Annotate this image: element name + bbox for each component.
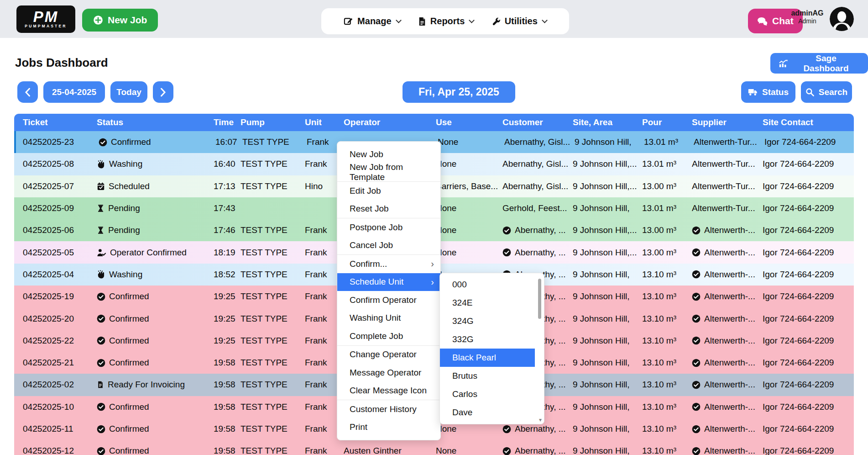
next-day-button[interactable] [153, 81, 173, 103]
menu-item-confirm[interactable]: Confirm...› [337, 255, 440, 273]
menu-item-clear-message-icon[interactable]: Clear Message Icon [337, 382, 440, 400]
cell-supplier: Altenwerth-... [692, 225, 763, 235]
cell-customer-text: Abernathy, Gisl... [502, 159, 568, 169]
cell-supplier-text: Altenwerth-Tur... [692, 159, 755, 169]
user-info[interactable]: adminAG Admin [788, 9, 826, 25]
menu-item-change-operator[interactable]: Change Operator [337, 346, 440, 364]
cell-pour-text: 13.10 m³ [642, 380, 676, 390]
submenu-scrollbar[interactable] [538, 279, 541, 319]
previous-day-button[interactable] [17, 81, 38, 103]
menu-item-cancel-job[interactable]: Cancel Job [337, 237, 440, 255]
menu-item-edit-job[interactable]: Edit Job [337, 182, 440, 200]
menu-item-message-operator[interactable]: Message Operator [337, 364, 440, 382]
nav-item-utilities[interactable]: Utilities [492, 16, 547, 26]
cell-contact-text: Igor 724-664-2209 [763, 336, 834, 346]
cell-pour: 13.00 m³ [642, 181, 692, 191]
submenu-item-324g[interactable]: 324G [440, 312, 535, 330]
cell-ticket-text: 04252025-06 [23, 225, 74, 235]
cell-site-text: 9 Johnson Hill,... [573, 159, 637, 169]
cell-pump: TEST TYPE [241, 291, 305, 302]
menu-item-label: Washing Unit [350, 313, 401, 323]
avatar[interactable] [830, 7, 854, 31]
cell-contact: Igor 724-664-2209 [764, 137, 854, 147]
menu-item-schedule-unit[interactable]: Schedule Unit› [337, 273, 440, 291]
cell-ticket: 04252025-12 [14, 446, 97, 455]
menu-item-reset-job[interactable]: Reset Job [337, 200, 440, 218]
cell-time-text: 16:40 [214, 159, 235, 169]
cell-status-text: Confirmed [109, 424, 149, 434]
cell-status-text: Pending [108, 203, 140, 213]
cell-pour: 13.10 m³ [642, 336, 692, 346]
submenu-item-brutus[interactable]: Brutus [440, 367, 535, 385]
menu-item-label: Message Operator [350, 368, 421, 378]
user-role: Admin [788, 17, 826, 25]
cell-time: 18:19 [214, 248, 241, 258]
menu-item-new-job[interactable]: New Job [337, 145, 440, 164]
status-button[interactable]: Status [741, 81, 795, 103]
cell-time: 16:07 [215, 137, 242, 147]
check-circle-icon [502, 248, 511, 257]
person-circle-icon [830, 7, 854, 31]
submenu-item-000[interactable]: 000 [440, 275, 535, 294]
cell-status: Confirmed [97, 358, 214, 368]
cell-site: 9 Johnson Hill, [573, 291, 642, 302]
menu-item-postpone-job[interactable]: Postpone Job [337, 218, 440, 237]
submenu-item-332g[interactable]: 332G [440, 330, 535, 349]
cell-ticket: 04252025-19 [14, 291, 97, 302]
new-job-button[interactable]: New Job [82, 9, 158, 32]
cell-pump-text: TEST TYPE [241, 291, 288, 302]
today-button[interactable]: Today [110, 81, 147, 103]
cell-contact-text: Igor 724-664-2209 [763, 159, 834, 169]
cell-site-text: 9 Johnson Hill, [573, 424, 630, 434]
chart-icon [779, 59, 788, 68]
submenu-item-dave[interactable]: Dave [440, 403, 535, 422]
submenu-item-carlos[interactable]: Carlos [440, 385, 535, 403]
menu-item-washing-unit[interactable]: Washing Unit [337, 309, 440, 328]
cell-status-text: Confirmed [111, 137, 151, 147]
cell-time: 16:40 [214, 159, 241, 169]
cell-customer: Abernathy, Gisl... [502, 181, 573, 191]
cell-status: Confirmed [97, 446, 214, 455]
cell-contact-text: Igor 724-664-2209 [763, 424, 834, 434]
cell-site: 9 Johnson Hill, [573, 203, 642, 213]
current-date-button[interactable]: Fri, Apr 25, 2025 [403, 81, 515, 103]
cell-ticket-text: 04252025-20 [23, 314, 74, 324]
check-circle-icon [692, 381, 701, 389]
cell-contact-text: Igor 724-664-2209 [763, 225, 834, 235]
menu-item-print[interactable]: Print [337, 418, 440, 437]
date-picker-value: 25-04-2025 [52, 87, 96, 97]
cell-pour-text: 13.01 m³ [644, 137, 678, 147]
cell-use: None [436, 248, 502, 258]
column-header-status: Status [97, 117, 214, 127]
column-header-time: Time [214, 117, 241, 127]
cell-site: 9 Johnson Hill,... [573, 248, 642, 258]
pumpmaster-logo[interactable]: PM PUMPMASTER [16, 5, 75, 33]
submenu-item-black-pearl[interactable]: Black Pearl [440, 349, 535, 367]
nav-item-manage[interactable]: Manage [344, 16, 400, 26]
search-button[interactable]: Search [801, 81, 852, 103]
sage-dashboard-button[interactable]: Sage Dashboard [770, 53, 868, 74]
submenu-item-324e[interactable]: 324E [440, 294, 535, 312]
menu-item-complete-job[interactable]: Complete Job [337, 327, 440, 345]
cell-contact: Igor 724-664-2209 [763, 203, 854, 213]
cell-supplier: Altenwerth-... [692, 424, 763, 434]
date-picker-button[interactable]: 25-04-2025 [43, 81, 105, 103]
table-row[interactable]: 04252025-12Confirmed19:58TEST TYPEFrankA… [14, 440, 854, 455]
cell-unit-text: Frank [305, 380, 327, 390]
cell-pour-text: 13.10 m³ [642, 358, 676, 368]
menu-item-customer-history[interactable]: Customer History [337, 400, 440, 418]
nav-item-label: Reports [430, 16, 465, 26]
check-circle-icon [97, 314, 105, 323]
cell-contact: Igor 724-664-2209 [763, 225, 854, 235]
cell-pump: TEST TYPE [241, 159, 305, 169]
cell-supplier: Altenwerth-... [692, 336, 763, 346]
cell-contact: Igor 724-664-2209 [763, 402, 854, 412]
cell-ticket-text: 04252025-05 [23, 248, 74, 258]
nav-item-reports[interactable]: Reports [418, 16, 474, 26]
cell-site-text: 9 Johnson Hill,... [573, 248, 637, 258]
cell-status-text: Scheduled [109, 181, 150, 191]
cell-time: 19:58 [214, 446, 241, 455]
menu-item-new-job-from-template[interactable]: New Job from Template [337, 164, 440, 182]
menu-item-confirm-operator[interactable]: Confirm Operator [337, 291, 440, 309]
menu-item-label: Cancel Job [350, 240, 393, 250]
